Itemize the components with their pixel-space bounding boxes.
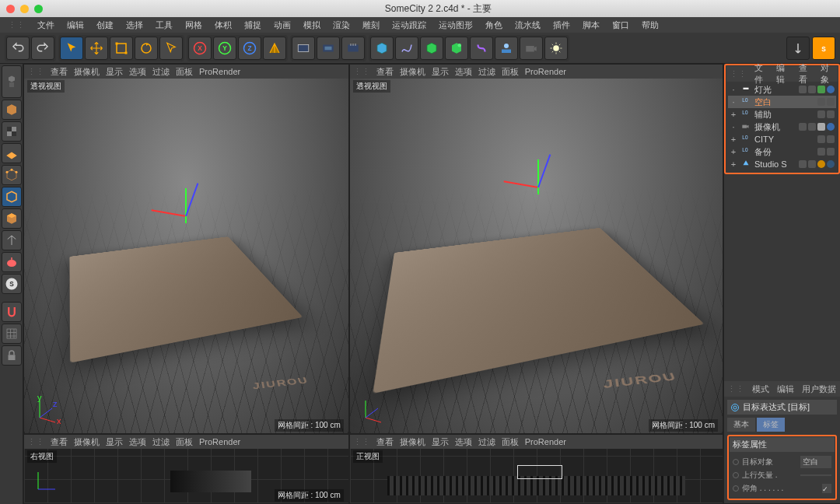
viewport-menu-item[interactable]: 摄像机 [400, 66, 425, 78]
environment-button[interactable] [495, 37, 518, 60]
viewport-menu-item[interactable]: 显示 [106, 66, 123, 78]
vis-flag[interactable] [808, 123, 816, 131]
viewport-menu-item[interactable]: 显示 [432, 66, 449, 78]
select-tool[interactable] [60, 37, 83, 60]
attr-subtab[interactable]: 基本 [727, 418, 755, 432]
obj-tab[interactable]: 对象 [821, 62, 835, 86]
menu-item[interactable]: 流水线 [510, 18, 545, 33]
menu-item[interactable]: 帮助 [637, 18, 663, 33]
object-row[interactable]: + L0 CITY [728, 133, 836, 145]
obj-tab[interactable]: 查看 [799, 62, 813, 86]
workplane-mode[interactable] [2, 143, 22, 163]
layer-flag[interactable] [799, 160, 807, 168]
viewport-menu-item[interactable]: ProRender [525, 67, 566, 76]
render-view-button[interactable] [292, 37, 315, 60]
s-button[interactable]: S [812, 37, 835, 60]
menu-item[interactable]: 插件 [548, 18, 575, 33]
expand-icon[interactable]: · [730, 97, 737, 107]
vis-flag[interactable] [808, 86, 816, 93]
vis-flag[interactable] [827, 148, 835, 156]
menu-item[interactable]: 选择 [121, 18, 148, 33]
viewport-menu-item[interactable]: 过滤 [152, 436, 170, 448]
menu-item[interactable]: 动画 [269, 18, 296, 33]
viewport-right[interactable]: ⋮⋮查看摄像机显示选项过滤面板ProRender 右视图 网格间距 : 100 … [23, 434, 349, 504]
target-tag-icon[interactable] [827, 86, 835, 93]
viewport-menu-item[interactable]: 过滤 [152, 66, 170, 78]
texture-mode[interactable] [2, 121, 22, 142]
attr-value[interactable]: 空白 [800, 456, 831, 468]
obj-tab[interactable]: 文件 [754, 62, 768, 86]
expand-icon[interactable]: · [730, 122, 737, 131]
camera-button[interactable] [520, 37, 543, 60]
coord-system-button[interactable] [263, 37, 286, 60]
menu-item[interactable]: 窗口 [607, 18, 634, 33]
viewport-menu-item[interactable]: 查看 [51, 66, 68, 78]
viewport-menu-item[interactable]: ProRender [199, 67, 240, 76]
point-mode[interactable] [2, 165, 22, 185]
viewport-menu-item[interactable]: 查看 [376, 66, 394, 78]
layer-flag[interactable] [817, 98, 825, 106]
menu-item[interactable]: 捕捉 [240, 18, 266, 33]
layer-flag[interactable] [799, 123, 807, 131]
polygon-mode[interactable] [2, 208, 22, 229]
viewport-menu-item[interactable]: 面板 [176, 436, 193, 448]
generator-button[interactable] [420, 37, 443, 60]
viewport-menu-item[interactable]: ProRender [525, 437, 566, 446]
object-row[interactable]: + L0 备份 [728, 145, 836, 158]
expand-icon[interactable]: + [730, 110, 737, 119]
scale-tool[interactable] [110, 37, 133, 60]
attr-tab[interactable]: 编辑 [777, 383, 794, 395]
menu-item[interactable]: 创建 [92, 18, 118, 33]
viewport-menu-item[interactable]: 面板 [176, 66, 193, 78]
viewport-menu-item[interactable]: 过滤 [478, 436, 495, 448]
s-circle[interactable]: S [2, 274, 22, 294]
viewport-persp-right[interactable]: ⋮⋮查看摄像机显示选项过滤面板ProRender JIUROU 透视视图 网格间… [349, 64, 723, 434]
attr-tab[interactable]: 模式 [752, 383, 769, 395]
viewport-menu-item[interactable]: 查看 [376, 436, 394, 448]
viewport-menu-item[interactable]: 摄像机 [400, 436, 425, 448]
viewport-menu-item[interactable]: 过滤 [478, 66, 495, 78]
viewport-menu-item[interactable]: 选项 [129, 66, 146, 78]
expand-icon[interactable]: + [730, 159, 737, 169]
rotate-tool[interactable] [135, 37, 158, 60]
menu-item[interactable]: 雕刻 [358, 18, 384, 33]
model-mode[interactable] [2, 100, 22, 120]
vis-flag[interactable] [808, 160, 816, 168]
menu-item[interactable]: 文件 [33, 18, 59, 33]
viewport-menu-item[interactable]: 面板 [502, 66, 519, 78]
menu-item[interactable]: 体积 [210, 18, 236, 33]
menu-item[interactable]: 渲染 [328, 18, 355, 33]
keyframe-dot[interactable] [733, 472, 739, 478]
menu-item[interactable]: 脚本 [578, 18, 604, 33]
menu-item[interactable]: 运动跟踪 [387, 18, 431, 33]
layer-flag[interactable] [817, 110, 825, 118]
tweak-mode[interactable] [2, 252, 22, 272]
lock-toggle[interactable] [2, 345, 22, 366]
obj-tab[interactable]: 编辑 [776, 62, 790, 86]
vis-flag[interactable] [827, 110, 835, 118]
y-axis-toggle[interactable]: Y [213, 37, 236, 60]
move-tool[interactable] [85, 37, 108, 60]
maximize-icon[interactable] [34, 5, 43, 13]
viewport-menu-item[interactable]: 面板 [502, 436, 519, 448]
layer-flag[interactable] [817, 135, 825, 143]
vis-flag[interactable] [827, 135, 835, 143]
edge-mode[interactable] [2, 187, 22, 207]
expand-icon[interactable]: + [730, 135, 737, 144]
menu-item[interactable]: 模拟 [299, 18, 325, 33]
keyframe-dot[interactable] [733, 459, 739, 465]
object-row[interactable]: · 灯光 [728, 83, 836, 96]
close-icon[interactable] [6, 5, 15, 13]
keyframe-dot[interactable] [733, 485, 739, 492]
snap-settings[interactable] [2, 324, 22, 344]
recent-tool[interactable] [159, 37, 183, 60]
render-settings-button[interactable] [341, 37, 365, 60]
menu-item[interactable]: 角色 [481, 18, 507, 33]
menu-item[interactable]: 网格 [180, 18, 207, 33]
cube-primitive[interactable] [370, 37, 394, 60]
checkbox[interactable] [822, 484, 831, 493]
menu-item[interactable]: 工具 [151, 18, 177, 33]
light-button[interactable] [544, 37, 568, 60]
viewport-menu-item[interactable]: ProRender [199, 437, 240, 446]
z-axis-toggle[interactable]: Z [238, 37, 261, 60]
